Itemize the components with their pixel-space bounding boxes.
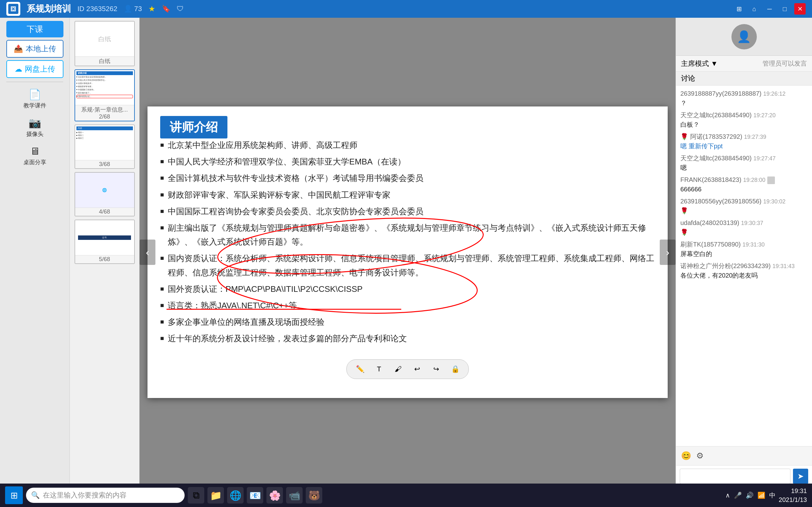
thumb-5-preview: 证书 <box>75 220 134 255</box>
slide-item-9: 语言类：熟悉JAVA\.NET\C#\C++等。 <box>160 298 655 313</box>
app-logo <box>6 2 20 16</box>
cloud-icon: ☁ <box>14 65 22 73</box>
search-bar[interactable]: 🔍 在这里输入你要搜索的内容 <box>26 488 185 503</box>
materials-icon: 📄 <box>29 89 41 101</box>
slide-item-2: 中国人民大学经济和管理双学位、美国索菲亚大学EMBA（在读） <box>160 155 655 169</box>
taskbar: ⊞ 🔍 在这里输入你要搜索的内容 ⧉ 📁 🌐 📧 🌸 📹 🐻 ∧ 🎤 🔊 📶 中… <box>0 484 812 507</box>
settings-chat-button[interactable]: ⚙ <box>696 451 704 461</box>
taskbar-time: 19:31 <box>779 487 807 495</box>
tray-lang-icon[interactable]: 中 <box>769 491 775 500</box>
chat-msg-2: 天空之城ltc(2638845490) 19:27:20 白板？ <box>680 110 808 129</box>
taskbar-clock[interactable]: 19:31 2021/1/13 <box>779 487 807 504</box>
slide-item-4: 财政部评审专家、军队采购评标专家、中国民航工程评审专家 <box>160 188 655 202</box>
slide-thumb-2[interactable]: 讲师介绍 ■北京某中型企业应用系统架构师... ■中国人民大学经济和管理双学位.… <box>74 69 135 121</box>
minimize-button[interactable]: ─ <box>764 3 775 14</box>
slide-body: 北京某中型企业应用系统架构师、讲师、高级工程师 中国人民大学经济和管理双学位、美… <box>160 138 655 392</box>
tray-speaker-icon[interactable]: 🔊 <box>746 492 754 499</box>
chat-toolbar: 😊 ⚙ <box>676 446 812 465</box>
screen-icon: 🖥 <box>30 146 40 157</box>
leave-class-button[interactable]: 下课 <box>6 21 63 38</box>
prev-slide-button[interactable]: ‹ <box>140 239 155 265</box>
camera-icon: 📷 <box>29 117 41 129</box>
shield-icon[interactable]: 🛡 <box>177 5 184 13</box>
screen-share-tool[interactable]: 🖥 桌面分享 <box>21 143 49 169</box>
thumb-3-preview: 内容 ■ 项目一 ■ 项目二 ■ 项目三 <box>75 125 134 160</box>
chat-msg-4: 天空之城ltc(2638845490) 19:27:47 嗯 <box>680 153 808 172</box>
admin-label: 管理员可以发言 <box>763 59 807 68</box>
slide-item-8: 国外资质认证：PMP\ACP\PBA\ITIL\P2\CCSK\CISSP <box>160 282 655 296</box>
lock-tool[interactable]: 🔒 <box>448 362 462 376</box>
slide-item-1: 北京某中型企业应用系统架构师、讲师、高级工程师 <box>160 138 655 152</box>
mode-dropdown-icon[interactable]: ▼ <box>711 60 718 68</box>
avatar: 👤 <box>731 24 757 49</box>
chat-msg-9: 诺神粉之广州分粉(2296334239) 19:31:43 各位大佬，有2020… <box>680 261 808 280</box>
taskbar-app-mail[interactable]: 📧 <box>247 487 263 504</box>
thumb-2-preview: 讲师介绍 ■北京某中型企业应用系统架构师... ■中国人民大学经济和管理双学位.… <box>75 70 134 105</box>
annotation-toolbar: ✏️ T 🖌 ↩ ↪ 🔒 <box>346 359 469 379</box>
mode-bar: 主席模式 ▼ 管理员可以发言 <box>676 56 812 72</box>
chat-messages[interactable]: 2639188887yy(2639188887) 19:26:12 ？ 天空之城… <box>676 86 812 446</box>
taskbar-app-bear[interactable]: 🐻 <box>306 487 322 504</box>
bookmark-icon[interactable]: 🔖 <box>162 5 170 13</box>
chat-msg-5: FRANK(2638818423) 19:28:00 666666 <box>680 175 808 194</box>
slide-thumb-3[interactable]: 内容 ■ 项目一 ■ 项目二 ■ 项目三 3/68 <box>74 124 135 169</box>
taskbar-app-file-explorer[interactable]: 📁 <box>207 487 224 504</box>
taskbar-app-edge[interactable]: 🌐 <box>227 487 244 504</box>
emoji-button[interactable]: 😊 <box>681 451 691 461</box>
chat-input[interactable] <box>680 469 791 484</box>
undo-tool[interactable]: ↩ <box>410 362 424 376</box>
chat-msg-3: 🌹 阿诺(1783537292) 19:27:39 嗯 重新传下ppt <box>680 132 808 151</box>
chat-msg-7: udafda(2480203139) 19:30:37 🌹 <box>680 218 808 237</box>
search-icon: 🔍 <box>31 491 40 499</box>
local-upload-button[interactable]: 📤 本地上传 <box>6 40 63 58</box>
title-bar: 系规划培训 ID 23635262 👤 73 ★ 🔖 🛡 ⊞ ⌂ ─ □ ✕ <box>0 0 812 18</box>
grid-icon[interactable]: ⊞ <box>733 3 745 14</box>
slide-thumb-1[interactable]: 白纸 白纸 <box>74 21 135 66</box>
camera-tool[interactable]: 📷 摄像头 <box>24 114 46 140</box>
highlight-tool[interactable]: 🖌 <box>391 362 405 376</box>
slide-thumb-5[interactable]: 证书 5/68 <box>74 220 135 264</box>
tray-mic-icon: 🎤 <box>734 492 742 499</box>
mode-label: 主席模式 <box>681 59 709 68</box>
content-area: ‹ 讲师介绍 北京某中型企业应用系统架构师、讲师、高级工程师 中国人民大学经济和… <box>140 18 676 487</box>
next-slide-button[interactable]: › <box>660 239 676 265</box>
thumb-5-label: 5/68 <box>75 255 134 263</box>
taskbar-app-task-view[interactable]: ⧉ <box>188 487 204 504</box>
slide-canvas: 讲师介绍 北京某中型企业应用系统架构师、讲师、高级工程师 中国人民大学经济和管理… <box>148 107 668 398</box>
maximize-button[interactable]: □ <box>779 3 791 14</box>
right-panel: 👤 主席模式 ▼ 管理员可以发言 讨论 2639188887yy(2639188… <box>676 18 812 487</box>
thumb-4-label: 4/68 <box>75 208 134 216</box>
taskbar-app-video[interactable]: 📹 <box>286 487 303 504</box>
right-top: 👤 <box>676 18 812 56</box>
star-icon[interactable]: ★ <box>148 4 155 13</box>
chat-send-button[interactable]: ➤ <box>793 469 808 484</box>
pencil-tool[interactable]: ✏️ <box>353 362 367 376</box>
teaching-materials[interactable]: 📄 教学课件 <box>21 86 49 112</box>
redo-tool[interactable]: ↪ <box>429 362 443 376</box>
thumb-1-preview: 白纸 <box>75 21 134 56</box>
tray-wifi-icon[interactable]: 📶 <box>757 492 765 499</box>
close-button[interactable]: ✕ <box>794 3 806 14</box>
thumb-2-label: 系规-第一章信息...2/68 <box>75 105 134 121</box>
slide-title: 讲师介绍 <box>160 116 227 138</box>
cloud-upload-button[interactable]: ☁ 网盘上传 <box>6 60 63 78</box>
discussion-header: 讨论 <box>676 72 812 86</box>
upload-icon: 📤 <box>14 44 23 53</box>
slide-item-11: 近十年的系统分析及设计经验，发表过多篇的部分产品专利和论文 <box>160 331 655 345</box>
thumb-4-preview: 🌐 <box>75 173 134 208</box>
taskbar-app-wx[interactable]: 🌸 <box>266 487 283 504</box>
tray-arrow-icon[interactable]: ∧ <box>725 492 730 499</box>
left-sidebar: 下课 📤 本地上传 ☁ 网盘上传 📄 教学课件 📷 摄像头 🖥 桌面分享 <box>0 18 70 487</box>
slide-item-3: 全国计算机技术与软件专业技术资格（水平）考试辅导用书编委会委员 <box>160 171 655 185</box>
chat-msg-8: 刷新TK(1857750890) 19:31:30 屏幕空白的 <box>680 239 808 259</box>
search-placeholder: 在这里输入你要搜索的内容 <box>43 491 126 500</box>
window-controls: ⊞ ⌂ ─ □ ✕ <box>733 3 806 14</box>
thumb-3-label: 3/68 <box>75 160 134 168</box>
slide-thumb-4[interactable]: 🌐 4/68 <box>74 172 135 216</box>
chat-msg-6: 2639180556yy(2639180556) 19:30:02 🌹 <box>680 196 808 216</box>
start-button[interactable]: ⊞ <box>5 487 23 504</box>
home-icon[interactable]: ⌂ <box>749 3 760 14</box>
text-tool[interactable]: T <box>372 362 386 376</box>
main-layout: 下课 📤 本地上传 ☁ 网盘上传 📄 教学课件 📷 摄像头 🖥 桌面分享 白纸 <box>0 18 812 487</box>
sidebar-divider <box>6 82 63 82</box>
